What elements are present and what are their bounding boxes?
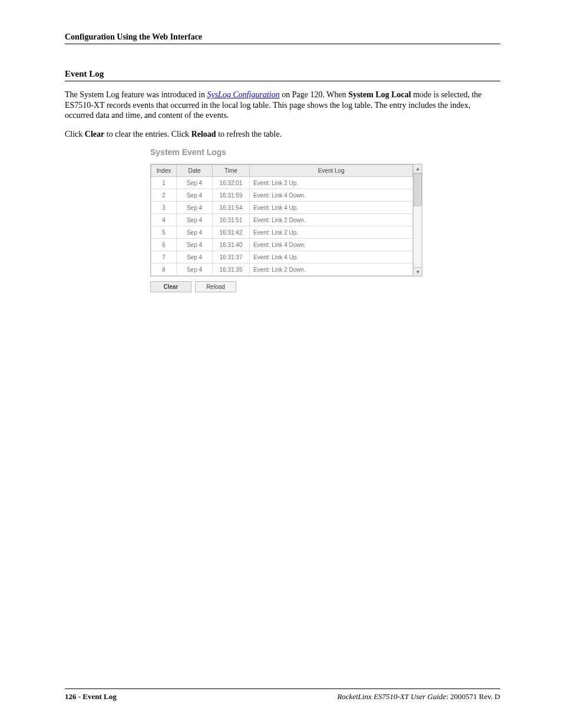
- cell-time: 16:31:35: [213, 263, 250, 276]
- footer-rev: : 2000571 Rev. D: [446, 692, 500, 701]
- cell-event: Event: Link 2 Down.: [250, 214, 413, 226]
- cell-time: 16:31:54: [213, 202, 250, 214]
- text: to clear the entries. Click: [104, 130, 191, 139]
- cell-time: 16:31:59: [213, 189, 250, 202]
- table-row: 6Sep 416:31:40Event: Link 4 Down.: [151, 239, 413, 251]
- table-row: 1Sep 416:32:01Event: Link 2 Up.: [151, 177, 413, 189]
- footer-product: RocketLinx ES7510-XT User Guide: [337, 692, 446, 701]
- event-log-panel: Index Date Time Event Log 1Sep 416:32:01…: [150, 164, 422, 276]
- syslog-configuration-link[interactable]: SysLog Configuration: [207, 90, 279, 99]
- clear-button[interactable]: Clear: [150, 281, 191, 292]
- text-bold: Clear: [85, 130, 104, 139]
- cell-event: Event: Link 4 Down.: [250, 189, 413, 202]
- col-date: Date: [177, 165, 213, 177]
- cell-index: 1: [151, 177, 177, 189]
- cell-date: Sep 4: [177, 239, 213, 251]
- text-bold: Reload: [191, 130, 216, 139]
- col-time: Time: [213, 165, 250, 177]
- cell-date: Sep 4: [177, 189, 213, 202]
- table-row: 4Sep 416:31:51Event: Link 2 Down.: [151, 214, 413, 226]
- cell-time: 16:31:42: [213, 226, 250, 239]
- cell-date: Sep 4: [177, 177, 213, 189]
- table-scrollbar[interactable]: ▲ ▼: [413, 164, 422, 276]
- table-row: 7Sep 416:31:37Event: Link 4 Up.: [151, 251, 413, 263]
- cell-index: 4: [151, 214, 177, 226]
- cell-event: Event: Link 2 Down.: [250, 263, 413, 276]
- scroll-track[interactable]: [414, 173, 422, 267]
- footer-page-number: 126: [65, 692, 77, 701]
- paragraph-2: Click Clear to clear the entries. Click …: [65, 129, 500, 140]
- cell-date: Sep 4: [177, 202, 213, 214]
- figure-title: System Event Logs: [150, 147, 500, 157]
- section-title: Event Log: [65, 69, 500, 81]
- cell-event: Event: Link 2 Up.: [250, 226, 413, 239]
- page-footer: 126 - Event Log RocketLinx ES7510-XT Use…: [65, 689, 500, 701]
- cell-index: 2: [151, 189, 177, 202]
- scroll-down-icon[interactable]: ▼: [414, 267, 422, 276]
- system-event-logs-figure: System Event Logs Index Date Time Event …: [150, 147, 500, 292]
- text: Click: [65, 130, 85, 139]
- cell-event: Event: Link 4 Down.: [250, 239, 413, 251]
- text: The System Log feature was introduced in: [65, 90, 207, 99]
- cell-date: Sep 4: [177, 251, 213, 263]
- cell-index: 7: [151, 251, 177, 263]
- cell-time: 16:31:37: [213, 251, 250, 263]
- paragraph-1: The System Log feature was introduced in…: [65, 90, 500, 121]
- table-row: 5Sep 416:31:42Event: Link 2 Up.: [151, 226, 413, 239]
- cell-date: Sep 4: [177, 226, 213, 239]
- footer-page-name: Event Log: [82, 692, 116, 701]
- cell-index: 5: [151, 226, 177, 239]
- reload-button[interactable]: Reload: [195, 281, 236, 292]
- cell-index: 8: [151, 263, 177, 276]
- running-header: Configuration Using the Web Interface: [65, 32, 500, 44]
- scroll-up-icon[interactable]: ▲: [414, 164, 422, 173]
- cell-event: Event: Link 4 Up.: [250, 251, 413, 263]
- footer-sep: -: [77, 692, 83, 701]
- event-log-table: Index Date Time Event Log 1Sep 416:32:01…: [151, 164, 413, 276]
- cell-date: Sep 4: [177, 263, 213, 276]
- text: to refresh the table.: [216, 130, 282, 139]
- table-row: 8Sep 416:31:35Event: Link 2 Down.: [151, 263, 413, 276]
- cell-index: 3: [151, 202, 177, 214]
- text-bold: System Log Local: [348, 90, 411, 99]
- table-row: 3Sep 416:31:54Event: Link 4 Up.: [151, 202, 413, 214]
- table-row: 2Sep 416:31:59Event: Link 4 Down.: [151, 189, 413, 202]
- cell-time: 16:32:01: [213, 177, 250, 189]
- cell-event: Event: Link 2 Up.: [250, 177, 413, 189]
- scroll-thumb[interactable]: [414, 173, 422, 206]
- cell-date: Sep 4: [177, 214, 213, 226]
- cell-index: 6: [151, 239, 177, 251]
- col-eventlog: Event Log: [250, 165, 413, 177]
- cell-time: 16:31:40: [213, 239, 250, 251]
- text: on Page 120. When: [280, 90, 348, 99]
- cell-time: 16:31:51: [213, 214, 250, 226]
- cell-event: Event: Link 4 Up.: [250, 202, 413, 214]
- col-index: Index: [151, 165, 177, 177]
